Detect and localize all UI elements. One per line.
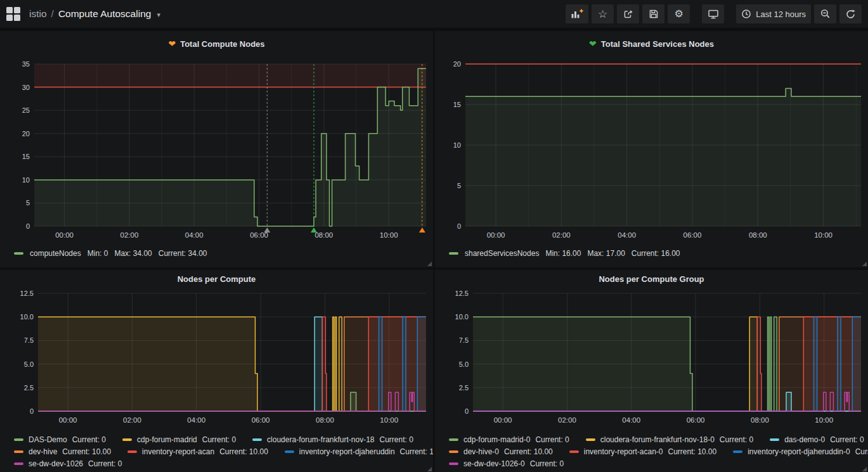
annotation-marker[interactable] (311, 227, 317, 233)
legend-current-value: Current: 10.00 (668, 447, 716, 456)
legend-item[interactable]: cdp-forum-madridCurrent: 0 (122, 435, 236, 444)
chevron-down-icon[interactable]: ▾ (157, 11, 160, 18)
y-tick-label: 0 (30, 407, 34, 415)
y-tick-label: 0 (457, 222, 461, 230)
x-tick-label: 00:00 (59, 416, 77, 424)
legend-row: dev-hive-0Current: 10.00inventory-report… (435, 445, 868, 457)
timeseries-chart[interactable]: 0510152000:0002:0004:0006:0008:0010:00 (435, 56, 868, 245)
resize-handle[interactable] (862, 262, 867, 266)
legend-item[interactable]: inventory-report-acan-0Current: 10.00 (569, 447, 716, 456)
refresh-button[interactable] (839, 4, 862, 23)
legend-marker (14, 450, 23, 453)
time-range-label: Last 12 hours (756, 10, 806, 19)
panel-header[interactable]: Nodes per Compute Group (435, 270, 868, 288)
legend-item[interactable]: inventory-report-djaheruddinCurrent: 10.… (285, 447, 433, 456)
resize-handle[interactable] (427, 467, 432, 471)
legend-series-name[interactable]: dev-hive (29, 447, 57, 456)
legend-item[interactable]: das-demo-0Current: 0 (770, 435, 864, 444)
legend-current-value: Current: 0 (535, 435, 569, 444)
chart-canvas[interactable]: 0510152025303500:0002:0004:0006:0008:001… (5, 56, 428, 245)
y-tick-label: 12.5 (20, 290, 34, 297)
legend-series-name[interactable]: DAS-Demo (29, 435, 67, 444)
legend-marker (285, 450, 294, 453)
dashboard-title[interactable]: Compute Autoscaling (58, 8, 151, 20)
legend-item[interactable]: cloudera-forum-frankfurt-nov-18-0Current… (586, 435, 753, 444)
resize-handle[interactable] (862, 467, 867, 471)
legend-item[interactable]: dev-hiveCurrent: 10.00 (14, 447, 111, 456)
legend-current-value: Current: 0 (530, 459, 564, 468)
legend-item[interactable]: se-dw-dev-1026Current: 0 (14, 459, 122, 468)
legend-row: dev-hiveCurrent: 10.00inventory-report-a… (0, 445, 433, 457)
x-tick-label: 08:00 (749, 231, 767, 239)
y-tick-label: 5 (457, 182, 461, 189)
legend-stat: Current: 16.00 (632, 249, 680, 258)
chart-canvas[interactable]: 0510152000:0002:0004:0006:0008:0010:00 (440, 56, 863, 245)
legend-item[interactable]: inventory-report-acanCurrent: 10.00 (127, 447, 268, 456)
legend-item[interactable]: se-dw-dev-1026-0Current: 0 (449, 459, 564, 468)
panel-nodes-per-compute: Nodes per Compute 02.55.07.510.012.500:0… (0, 270, 433, 472)
navbar: istio / Compute Autoscaling ▾ ☆ (0, 0, 868, 29)
panel-header[interactable]: Nodes per Compute (0, 270, 433, 288)
legend-series-name[interactable]: computeNodes (30, 249, 81, 258)
chart-canvas[interactable]: 02.55.07.510.012.500:0002:0004:0006:0008… (5, 288, 428, 431)
legend-marker (449, 462, 458, 465)
x-tick-label: 08:00 (314, 231, 333, 239)
legend-current-value: Current: 10.00 (400, 447, 433, 456)
timeseries-chart[interactable]: 02.55.07.510.012.500:0002:0004:0006:0008… (435, 288, 868, 431)
time-range-button[interactable]: Last 12 hours (736, 4, 811, 23)
panel-header[interactable]: ❤ Total Compute Nodes (0, 31, 433, 56)
x-tick-label: 04:00 (185, 231, 204, 239)
legend-series-name[interactable]: das-demo-0 (784, 435, 825, 444)
panel-title[interactable]: Nodes per Compute Group (599, 274, 704, 284)
cycle-view-button[interactable] (702, 4, 724, 23)
legend-series-name[interactable]: cloudera-forum-frankfurt-nov-18-0 (600, 435, 715, 444)
x-tick-label: 06:00 (687, 416, 705, 424)
add-panel-button[interactable] (566, 4, 588, 23)
legend-row: se-dw-dev-1026Current: 0 (0, 457, 433, 469)
legend-series-name[interactable]: dev-hive-0 (463, 447, 499, 456)
legend-stat: Max: 34.00 (114, 249, 152, 258)
settings-button[interactable]: ⚙ (668, 4, 690, 23)
app-menu-icon[interactable] (6, 7, 20, 21)
legend-current-value: Current: 0 (380, 435, 413, 444)
legend-item[interactable]: cdp-forum-madrid-0Current: 0 (449, 435, 569, 444)
panel-header[interactable]: ❤ Total Shared Services Nodes (435, 31, 868, 56)
legend-item[interactable]: DAS-DemoCurrent: 0 (14, 435, 106, 444)
legend-marker (127, 450, 137, 453)
x-tick-label: 08:00 (316, 416, 334, 424)
x-tick-label: 02:00 (552, 231, 571, 239)
legend-item[interactable]: cloudera-forum-frankfurt-nov-18Current: … (252, 435, 413, 444)
share-icon (623, 8, 634, 20)
resize-handle[interactable] (427, 262, 432, 266)
legend-series-name[interactable]: inventory-report-djaheruddin (299, 447, 395, 456)
legend-series-name[interactable]: inventory-report-acan (142, 447, 214, 456)
legend-series-name[interactable]: inventory-report-acan-0 (584, 447, 663, 456)
timeseries-chart[interactable]: 02.55.07.510.012.500:0002:0004:0006:0008… (0, 288, 433, 431)
legend-current-value: Current: 0 (720, 435, 753, 444)
share-button[interactable] (617, 4, 639, 23)
legend-item[interactable]: dev-hive-0Current: 10.00 (449, 447, 553, 456)
legend-series-name[interactable]: inventory-report-djaheruddin-0 (748, 447, 850, 456)
legend-series-name[interactable]: cdp-forum-madrid (137, 435, 197, 444)
legend-series-name[interactable]: sharedServicesNodes (465, 249, 539, 258)
legend-series-name[interactable]: se-dw-dev-1026-0 (463, 459, 525, 468)
legend-series-name[interactable]: cloudera-forum-frankfurt-nov-18 (267, 435, 374, 444)
annotation-marker[interactable] (264, 227, 270, 233)
panel-title[interactable]: Total Compute Nodes (180, 39, 264, 49)
panel-title[interactable]: Nodes per Compute (178, 274, 256, 284)
legend-series-name[interactable]: se-dw-dev-1026 (29, 459, 83, 468)
timeseries-chart[interactable]: 0510152025303500:0002:0004:0006:0008:001… (0, 56, 433, 245)
save-button[interactable] (642, 4, 664, 23)
legend-marker (252, 438, 262, 441)
breadcrumb-folder[interactable]: istio (29, 8, 47, 20)
star-button[interactable]: ☆ (592, 4, 614, 23)
breadcrumb[interactable]: istio / Compute Autoscaling ▾ (29, 8, 160, 20)
legend-current-value: Current: 10.00 (855, 447, 868, 456)
chart-canvas[interactable]: 02.55.07.510.012.500:0002:0004:0006:0008… (440, 288, 863, 431)
legend-item[interactable]: inventory-report-djaheruddin-0Current: 1… (733, 447, 868, 456)
annotation-marker[interactable] (419, 227, 425, 233)
panel-title[interactable]: Total Shared Services Nodes (601, 39, 714, 49)
zoom-out-button[interactable] (814, 4, 836, 23)
legend-series-name[interactable]: cdp-forum-madrid-0 (463, 435, 530, 444)
chart-legend: sharedServicesNodesMin: 16.00Max: 17.00C… (435, 245, 868, 258)
